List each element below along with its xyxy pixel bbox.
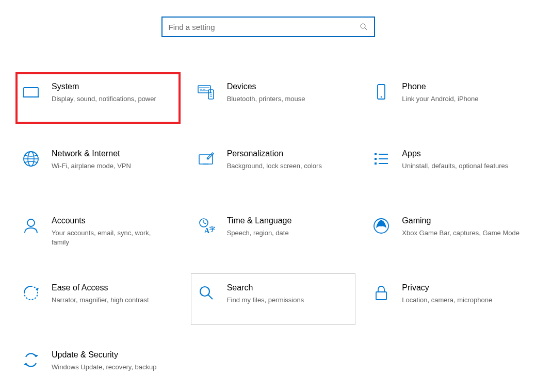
- category-title: Accounts: [52, 216, 170, 226]
- search-category-icon: [197, 284, 216, 302]
- category-desc: Xbox Game Bar, captures, Game Mode: [402, 228, 521, 238]
- search-icon: [360, 23, 368, 31]
- category-ease-of-access[interactable]: Ease of Access Narrator, magnifier, high…: [15, 273, 181, 325]
- category-title: Update & Security: [52, 350, 170, 361]
- svg-text:字: 字: [209, 226, 215, 232]
- category-text: Phone Link your Android, iPhone: [402, 81, 525, 104]
- time-language-icon: A 字: [197, 217, 216, 235]
- svg-rect-18: [199, 155, 213, 164]
- category-title: Ease of Access: [52, 283, 170, 293]
- category-text: Personalization Background, lock screen,…: [227, 149, 350, 171]
- category-desc: Wi-Fi, airplane mode, VPN: [52, 161, 170, 171]
- category-network[interactable]: Network & Internet Wi-Fi, airplane mode,…: [15, 139, 181, 191]
- category-system[interactable]: System Display, sound, notifications, po…: [15, 72, 181, 124]
- category-text: Ease of Access Narrator, magnifier, high…: [52, 283, 174, 305]
- ease-of-access-icon: [22, 284, 40, 302]
- category-text: Network & Internet Wi-Fi, airplane mode,…: [52, 149, 174, 171]
- category-text: Search Find my files, permissions: [227, 283, 350, 305]
- svg-line-29: [204, 223, 206, 224]
- category-desc: Your accounts, email, sync, work, family: [52, 228, 170, 247]
- category-text: Privacy Location, camera, microphone: [402, 283, 525, 305]
- category-title: Privacy: [402, 283, 521, 293]
- accounts-icon: [22, 217, 40, 235]
- category-desc: Location, camera, microphone: [402, 296, 521, 305]
- svg-rect-21: [375, 158, 377, 160]
- category-desc: Link your Android, iPhone: [402, 94, 521, 104]
- category-desc: Background, lock screen, colors: [227, 161, 346, 171]
- category-text: Update & Security Windows Update, recove…: [52, 350, 174, 372]
- category-text: Apps Uninstall, defaults, optional featu…: [402, 149, 525, 171]
- category-title: Personalization: [227, 149, 346, 159]
- devices-icon: [197, 83, 216, 101]
- settings-categories-grid: System Display, sound, notifications, po…: [15, 72, 531, 392]
- category-title: Apps: [402, 149, 521, 159]
- category-title: Search: [227, 283, 346, 293]
- category-desc: Speech, region, date: [227, 228, 346, 238]
- category-text: Time & Language Speech, region, date: [227, 216, 350, 238]
- category-text: Accounts Your accounts, email, sync, wor…: [52, 216, 174, 247]
- category-time-language[interactable]: A 字 Time & Language Speech, region, date: [191, 206, 356, 258]
- category-apps[interactable]: Apps Uninstall, defaults, optional featu…: [366, 139, 531, 191]
- category-phone[interactable]: Phone Link your Android, iPhone: [366, 72, 531, 124]
- svg-point-34: [200, 287, 209, 296]
- category-text: Gaming Xbox Game Bar, captures, Game Mod…: [402, 216, 525, 238]
- svg-point-14: [381, 96, 382, 98]
- search-input[interactable]: [169, 23, 360, 31]
- category-desc: Uninstall, defaults, optional features: [402, 161, 521, 171]
- category-desc: Windows Update, recovery, backup: [52, 363, 170, 372]
- category-devices[interactable]: Devices Bluetooth, printers, mouse: [191, 72, 356, 124]
- category-title: Devices: [227, 81, 346, 92]
- update-security-icon: [22, 351, 40, 369]
- gaming-icon: [372, 217, 391, 235]
- network-icon: [22, 150, 40, 168]
- svg-point-10: [210, 92, 211, 93]
- phone-icon: [372, 83, 391, 101]
- category-text: Devices Bluetooth, printers, mouse: [227, 81, 350, 104]
- category-personalization[interactable]: Personalization Background, lock screen,…: [191, 139, 356, 191]
- svg-rect-2: [24, 88, 38, 97]
- category-title: System: [52, 81, 170, 92]
- category-desc: Narrator, magnifier, high contrast: [52, 296, 170, 305]
- category-search[interactable]: Search Find my files, permissions: [191, 273, 356, 325]
- svg-line-35: [208, 295, 213, 299]
- search-container: [161, 17, 375, 37]
- category-accounts[interactable]: Accounts Your accounts, email, sync, wor…: [15, 206, 181, 258]
- svg-point-26: [27, 219, 35, 226]
- svg-line-1: [365, 28, 367, 30]
- category-desc: Find my files, permissions: [227, 296, 346, 305]
- category-privacy[interactable]: Privacy Location, camera, microphone: [366, 273, 531, 325]
- personalization-icon: [197, 150, 216, 168]
- svg-rect-36: [376, 292, 386, 300]
- category-update-security[interactable]: Update & Security Windows Update, recove…: [15, 340, 181, 392]
- category-text: System Display, sound, notifications, po…: [52, 81, 174, 104]
- svg-rect-22: [375, 162, 377, 165]
- category-desc: Display, sound, notifications, power: [52, 94, 170, 104]
- category-title: Network & Internet: [52, 149, 170, 159]
- svg-rect-20: [375, 153, 377, 155]
- category-title: Gaming: [402, 216, 521, 226]
- category-title: Phone: [402, 81, 521, 92]
- category-title: Time & Language: [227, 216, 346, 226]
- privacy-icon: [372, 284, 391, 302]
- search-box[interactable]: [161, 17, 375, 37]
- category-gaming[interactable]: Gaming Xbox Game Bar, captures, Game Mod…: [366, 206, 531, 258]
- system-icon: [22, 83, 40, 101]
- svg-rect-9: [208, 90, 214, 99]
- svg-point-0: [361, 24, 365, 28]
- category-desc: Bluetooth, printers, mouse: [227, 94, 346, 104]
- apps-icon: [372, 150, 391, 168]
